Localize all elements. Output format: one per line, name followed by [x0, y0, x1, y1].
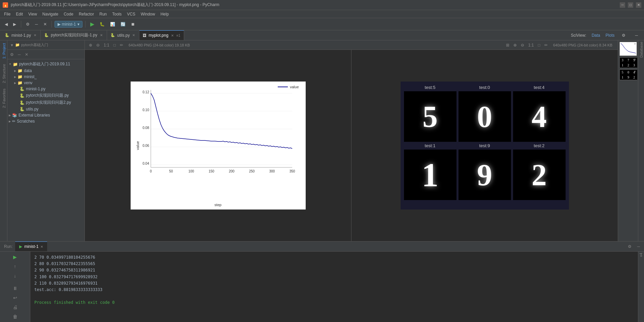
tab-minist-1[interactable]: 🐍 minist-1.py ✕ [1, 30, 41, 40]
sciview-plots-link[interactable]: Plots [606, 33, 615, 38]
tree-root[interactable]: ▼ 📁 pytorch基础入门-2019.09.11 [7, 61, 84, 68]
sciview-data-link[interactable]: Data [591, 33, 600, 38]
svg-text:0.12: 0.12 [142, 90, 149, 94]
tab-pytorch[interactable]: 🐍 pytorch实现回归问题-1.py ✕ [41, 30, 107, 40]
run-button[interactable]: ▶ [88, 20, 96, 29]
bottom-settings-btn[interactable]: ⚙ [626, 244, 633, 250]
minimize-button[interactable]: ─ [620, 2, 625, 8]
menu-tools[interactable]: Tools [109, 11, 124, 17]
sidebar-close-btn[interactable]: ✕ [24, 52, 30, 58]
thumb-3-close[interactable]: ✕ [634, 70, 636, 73]
thumb-2-close[interactable]: ✕ [634, 58, 636, 61]
debug-button[interactable]: 🐛 [98, 21, 107, 28]
sciview-settings-button[interactable]: ⚙ [620, 32, 628, 39]
thumb-1-close[interactable]: ✕ [634, 42, 636, 45]
run-wrap-btn[interactable]: ↩ [1, 294, 29, 302]
project-collapse-icon[interactable]: ▼ [10, 43, 14, 47]
img-actual-size-2[interactable]: 1:1 [527, 42, 535, 48]
thumbnail-2[interactable]: ✕ 3 7 9 1 2 3 [619, 57, 637, 68]
run-pause-btn[interactable]: ⏸ [1, 284, 29, 292]
bottom-tab-minist-1[interactable]: ▶ minist-1 ✕ [15, 242, 47, 251]
bottom-num-label[interactable]: ≡4 [639, 252, 644, 258]
img-fit-1[interactable]: □ [112, 42, 117, 48]
sidebar-settings-btn[interactable]: ⚙ [9, 52, 15, 58]
tab-close-pytorch[interactable]: ✕ [99, 33, 103, 37]
thumbnail-3[interactable]: ✕ 5 0 4 1 9 2 [619, 69, 637, 80]
img-zoom-out-1[interactable]: ⊖ [95, 42, 101, 48]
sciview-thumbnails-panel: ✕ ✕ 3 7 9 1 2 3 ✕ 5 [618, 40, 638, 241]
toolbar-back-button[interactable]: ◀ [3, 21, 10, 28]
pytorch2-label: pytorch实现回归问题2.py [26, 100, 71, 105]
menu-help[interactable]: Help [158, 11, 172, 17]
menu-run[interactable]: Run [97, 11, 109, 17]
img-zoom-in-2[interactable]: ⊕ [512, 42, 518, 48]
coverage-button[interactable]: 🔄 [118, 21, 128, 28]
pytorch1-file-icon: 🐍 [20, 93, 25, 98]
bottom-panel: Run: ▶ minist-1 ✕ ⚙ ─ ▶ ↑ ↓ ⏸ ↩ 🖨 🗑 2 70… [0, 241, 644, 322]
menu-window[interactable]: Window [138, 11, 158, 17]
menu-edit[interactable]: Edit [13, 11, 26, 17]
toolbar-forward-button[interactable]: ▶ [11, 21, 18, 28]
sciview-close-button[interactable]: ─ [633, 32, 640, 39]
toolbar-settings-button[interactable]: ⚙ [24, 21, 32, 28]
tree-pytorch2-file[interactable]: 🐍 pytorch实现回归问题2.py [7, 99, 84, 106]
toolbar-x-button[interactable]: ✕ [41, 21, 49, 28]
sidebar-collapse-btn[interactable]: ─ [16, 52, 22, 58]
root-label: pytorch基础入门-2019.09.11 [19, 61, 70, 67]
img-grid-toggle[interactable]: ⊞ [505, 42, 511, 48]
run-tab-close[interactable]: ✕ [40, 245, 43, 249]
tab-myplot[interactable]: 🖼 myplot.png ✕ ≡1 [139, 30, 184, 40]
vtab-project[interactable]: 1: Project [0, 40, 7, 61]
tab-close-minist-1[interactable]: ✕ [33, 33, 37, 37]
bottom-tabs: Run: ▶ minist-1 ✕ ⚙ ─ [0, 242, 644, 252]
thumbnail-1[interactable]: ✕ [619, 42, 637, 56]
tab-close-utils[interactable]: ✕ [132, 33, 136, 37]
tree-pytorch1-file[interactable]: 🐍 pytorch实现回归问题.py [7, 92, 84, 99]
thumb-2-d4: 1 [620, 63, 625, 68]
stop-button[interactable]: ⏹ [129, 21, 137, 28]
menu-vcs[interactable]: VCS [124, 11, 138, 17]
tree-minist-folder[interactable]: ▶ 📁 minist_ [7, 74, 84, 80]
run-trash-btn[interactable]: 🗑 [1, 313, 29, 321]
tree-minist1-file[interactable]: 🐍 minist-1.py [7, 86, 84, 92]
run-print-btn[interactable]: 🖨 [1, 303, 29, 311]
tree-data-folder[interactable]: ▶ 📁 data [7, 68, 84, 74]
tab-badge-myplot: ≡1 [176, 34, 180, 37]
mnist-grid: test:5 test:0 test:4 5 0 4 [401, 82, 569, 210]
menu-code[interactable]: Code [61, 11, 76, 17]
bottom-minimize-btn[interactable]: ─ [636, 244, 641, 250]
toolbar-separator-1 [21, 21, 21, 28]
img-eyedropper-1[interactable]: ✏ [118, 42, 125, 48]
close-button[interactable]: ✕ [636, 2, 641, 8]
tree-venv-folder[interactable]: ▶ 📁 venv [7, 80, 84, 86]
menu-refactor[interactable]: Refactor [76, 11, 97, 17]
menu-navigate[interactable]: Navigate [40, 11, 61, 17]
maximize-button[interactable]: □ [628, 2, 633, 8]
tree-external-libs[interactable]: ▶ 📚 External Libraries [7, 112, 84, 118]
run-down-btn[interactable]: ↓ [1, 272, 29, 280]
right-side-labels: Database [638, 40, 644, 241]
tree-scratches[interactable]: ▶ ✏ Scratches [7, 118, 84, 124]
tab-close-myplot[interactable]: ✕ [170, 33, 174, 38]
toolbar-minus-button[interactable]: ─ [33, 21, 40, 28]
menu-view[interactable]: View [26, 11, 40, 17]
img-eyedropper-2[interactable]: ✏ [543, 42, 549, 48]
svg-text:250: 250 [249, 169, 255, 173]
img-actual-size-1[interactable]: 1:1 [102, 42, 111, 48]
vtab-favorites[interactable]: 2: Favorites [0, 86, 7, 110]
tab-utils[interactable]: 🐍 utils.py ✕ [107, 30, 139, 40]
vtab-structure[interactable]: 2: Structure [0, 61, 7, 86]
menu-file[interactable]: File [1, 11, 13, 17]
run-play-btn[interactable]: ▶ [1, 253, 29, 261]
tree-utils-file[interactable]: 🐍 utils.py [7, 106, 84, 112]
console-line-empty [34, 293, 634, 299]
chart-legend-line [278, 87, 288, 87]
database-label[interactable]: Database [639, 40, 644, 59]
run-config-selector[interactable]: ▶ minist-1 ▾ [55, 21, 82, 28]
run-up-btn[interactable]: ↑ [1, 262, 29, 270]
img-zoom-out-2[interactable]: ⊖ [519, 42, 526, 48]
tab-icon-minist-1: 🐍 [5, 33, 9, 37]
img-fit-2[interactable]: □ [537, 42, 542, 48]
img-zoom-in-1[interactable]: ⊕ [88, 42, 94, 48]
profile-button[interactable]: 📊 [108, 21, 117, 28]
